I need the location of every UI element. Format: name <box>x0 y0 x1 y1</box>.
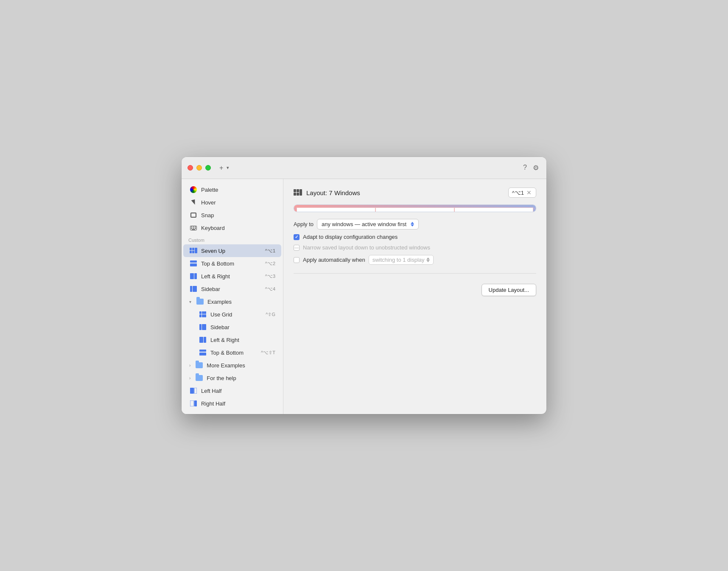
auto-apply-stepper[interactable] <box>426 258 430 262</box>
svg-rect-33 <box>190 400 194 406</box>
sidebar-item-leftright-ex[interactable]: Left & Right <box>183 333 281 346</box>
adapt-label: Adapt to display configuration changes <box>303 234 398 240</box>
svg-rect-23 <box>202 314 204 317</box>
sidebar-label-left-half: Left Half <box>201 388 221 394</box>
svg-rect-32 <box>194 388 197 394</box>
auto-apply-checkbox[interactable] <box>294 257 300 263</box>
keyboard-icon <box>189 224 198 232</box>
detail-header-controls: ^⌥1 ✕ <box>508 188 536 198</box>
auto-apply-row: Apply automatically when switching to 1 … <box>294 255 536 265</box>
svg-rect-37 <box>300 189 302 196</box>
sidebar-item-seven-up[interactable]: Seven Up ^⌥1 <box>183 244 281 257</box>
sidebar-item-for-help[interactable]: › For the help <box>183 372 281 384</box>
svg-rect-29 <box>199 350 206 352</box>
apply-to-label: Apply to <box>294 221 314 227</box>
sidebar-item-sidebar[interactable]: Sidebar ^⌥4 <box>183 283 281 295</box>
sidebar-label-palette: Palette <box>201 187 218 193</box>
apply-to-value: any windows — active window first <box>322 221 406 227</box>
stepper-down-icon <box>426 260 430 262</box>
sidebar-label-leftright-ex: Left & Right <box>210 337 239 343</box>
divider <box>294 273 536 274</box>
titlebar-right-controls: ? ⚙ <box>521 162 540 174</box>
sidebar-label-left-right: Left & Right <box>201 273 230 280</box>
layout-cell-4[interactable]: 4 <box>375 207 454 212</box>
svg-rect-16 <box>194 273 197 279</box>
sidebar-shortcut-left-right: ^⌥3 <box>265 274 275 279</box>
svg-rect-22 <box>199 314 202 317</box>
help-button[interactable]: ? <box>521 162 529 174</box>
svg-rect-20 <box>202 311 204 314</box>
left-half-icon <box>189 386 198 395</box>
cursor-icon <box>189 198 198 207</box>
svg-rect-11 <box>190 251 192 253</box>
right-half-icon <box>189 399 198 408</box>
sidebar-label-topbottom-ex: Top & Bottom <box>210 350 244 356</box>
sidebar-ex-icon <box>199 323 207 331</box>
examples-chevron: ▾ <box>189 299 191 304</box>
layout-border-right <box>533 207 536 209</box>
svg-rect-5 <box>193 228 194 229</box>
sidebar: Palette Hover Snap Keyboard <box>182 179 283 414</box>
add-button[interactable]: + <box>218 163 225 173</box>
settings-button[interactable]: ⚙ <box>531 162 540 174</box>
sidebar-item-top-bottom[interactable]: Top & Bottom ^⌥2 <box>183 257 281 270</box>
sidebar-item-keyboard[interactable]: Keyboard <box>183 221 281 234</box>
svg-rect-24 <box>204 314 206 317</box>
sidebar-item-hover[interactable]: Hover <box>183 196 281 209</box>
svg-rect-39 <box>297 193 299 196</box>
seven-up-icon <box>189 246 198 255</box>
sidebar-item-palette[interactable]: Palette <box>183 183 281 196</box>
sidebar-label-for-help: For the help <box>207 375 236 381</box>
sidebar-label-top-bottom: Top & Bottom <box>201 260 234 267</box>
layout-grid-inner: 1 2 3 4 5 <box>297 207 533 209</box>
minimize-button[interactable] <box>196 165 202 171</box>
sidebar-item-topbottom-ex[interactable]: Top & Bottom ^⌥⇧T <box>183 346 281 359</box>
more-examples-folder-icon <box>195 361 203 369</box>
sidebar-label-sidebar-ex: Sidebar <box>210 324 230 330</box>
sidebar-item-left-half[interactable]: Left Half <box>183 384 281 397</box>
narrow-label: Narrow saved layout down to unobstructed… <box>303 244 430 251</box>
svg-rect-2 <box>193 227 194 227</box>
sidebar-label-right-half: Right Half <box>201 400 225 407</box>
main-content: Palette Hover Snap Keyboard <box>182 179 546 414</box>
add-chevron: ▾ <box>227 165 229 171</box>
leftright-ex-icon <box>199 336 207 344</box>
adapt-checkbox[interactable] <box>294 234 300 240</box>
arrow-up-icon <box>411 222 414 224</box>
close-button[interactable] <box>188 165 193 171</box>
traffic-lights <box>188 165 211 171</box>
adapt-row: Adapt to display configuration changes <box>294 234 536 240</box>
svg-rect-36 <box>297 189 299 192</box>
sidebar-item-snap[interactable]: Snap <box>183 209 281 221</box>
sidebar-item-left-right[interactable]: Left & Right ^⌥3 <box>183 270 281 283</box>
svg-rect-4 <box>191 228 192 229</box>
narrow-checkbox[interactable]: — <box>294 245 300 251</box>
layout-cell-7[interactable]: 7 <box>454 207 533 212</box>
sidebar-shortcut-top-bottom: ^⌥2 <box>265 261 275 266</box>
svg-rect-25 <box>199 324 202 330</box>
svg-rect-8 <box>190 248 192 250</box>
sidebar-item-right-half[interactable]: Right Half <box>183 397 281 410</box>
examples-folder-icon <box>196 297 204 306</box>
for-help-chevron: › <box>189 376 190 381</box>
more-examples-chevron: › <box>189 363 190 368</box>
svg-rect-14 <box>190 263 197 266</box>
use-grid-icon <box>199 310 207 319</box>
svg-rect-10 <box>195 248 197 253</box>
auto-apply-value: switching to 1 display <box>372 257 425 263</box>
sidebar-shortcut-sidebar: ^⌥4 <box>265 286 275 292</box>
sidebar-item-more-examples[interactable]: › More Examples <box>183 359 281 372</box>
svg-rect-9 <box>192 248 194 250</box>
update-layout-button[interactable]: Update Layout... <box>482 284 536 296</box>
sidebar-item-sidebar-ex[interactable]: Sidebar <box>183 321 281 333</box>
sidebar-item-examples[interactable]: ▾ Examples <box>183 295 281 308</box>
maximize-button[interactable] <box>205 165 211 171</box>
shortcut-field[interactable]: ^⌥1 ✕ <box>508 188 536 198</box>
layout-cell-1[interactable]: 1 <box>297 207 375 212</box>
sidebar-item-use-grid[interactable]: Use Grid ^⇧G <box>183 308 281 321</box>
svg-rect-30 <box>199 353 206 355</box>
apply-to-dropdown[interactable]: any windows — active window first <box>317 219 419 230</box>
shortcut-clear-button[interactable]: ✕ <box>526 189 532 196</box>
svg-rect-38 <box>294 193 296 196</box>
arrow-down-icon <box>411 224 414 227</box>
